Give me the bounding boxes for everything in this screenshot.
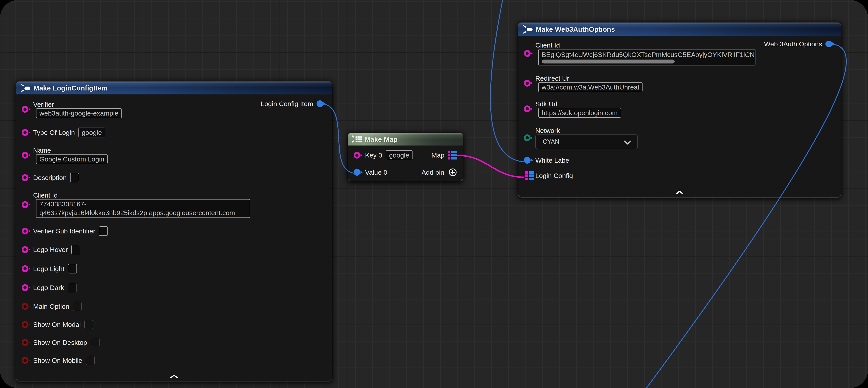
pin-label: Sdk Url [535, 100, 621, 108]
client-id-input[interactable]: 774338308167-q463s7kpvja16l4l0kko3nb925i… [36, 199, 250, 218]
pin-row-client-id: Client Id 774338308167-q463s7kpvja16l4l0… [16, 191, 332, 218]
node-make-loginconfigitem[interactable]: Make LoginConfigItem Login Config Item V… [16, 82, 332, 382]
pin-label: Show On Mobile [33, 356, 82, 365]
make-struct-icon [21, 84, 31, 92]
make-struct-icon [523, 25, 533, 34]
pin-row-show-on-mobile: Show On Mobile [16, 356, 332, 365]
pin-label: Client Id [33, 191, 250, 199]
string-pin-icon[interactable] [22, 246, 31, 253]
pin-label: Value 0 [365, 168, 387, 177]
bool-pin-icon[interactable] [22, 303, 31, 310]
main-option-checkbox[interactable] [73, 302, 82, 311]
node-title: Make Web3AuthOptions [536, 25, 615, 33]
string-pin-icon[interactable] [22, 265, 31, 272]
make-map-icon [352, 135, 362, 144]
wire-map-to-login-config [457, 155, 524, 177]
map-output-pin-icon[interactable] [447, 151, 457, 160]
node-make-map[interactable]: Make Map Key 0 google Map Value 0 Add pi… [348, 133, 463, 181]
pin-row-name: Name Google Custom Login [16, 146, 332, 164]
verifier-sub-identifier-input[interactable] [99, 226, 108, 236]
pin-label: Map [431, 151, 444, 159]
pin-row-logo-light: Logo Light [16, 264, 332, 273]
pin-label: Key 0 [365, 151, 382, 159]
collapse-node-button[interactable] [170, 374, 178, 379]
node-header[interactable]: Make Map [348, 133, 463, 146]
string-pin-icon[interactable] [22, 227, 31, 235]
pin-row-verifier-sub-identifier: Verifier Sub Identifier [16, 226, 332, 236]
pin-label: White Label [535, 156, 571, 165]
client-id-input[interactable]: BEglQSgt4cUWcj6SKRdu5QkOXTsePmMcusG5EAoy… [538, 49, 755, 65]
show-on-mobile-checkbox[interactable] [86, 356, 95, 365]
pin-row-verifier: Verifier web3auth-google-example [16, 100, 332, 118]
node-title: Make Map [365, 136, 398, 143]
string-pin-icon[interactable] [524, 50, 533, 57]
collapse-node-button[interactable] [676, 190, 684, 195]
pin-row-white-label: White Label [518, 156, 841, 165]
pin-row-main-option: Main Option [16, 302, 332, 311]
struct-pin-icon[interactable] [353, 169, 363, 176]
key-0-input[interactable]: google [386, 150, 412, 160]
add-pin-label[interactable]: Add pin [422, 168, 444, 177]
map-pin-icon[interactable] [525, 171, 534, 180]
node-title: Make LoginConfigItem [33, 84, 107, 92]
logo-hover-input[interactable] [71, 245, 80, 254]
verifier-input[interactable]: web3auth-google-example [36, 108, 122, 118]
scrollbar-thumb[interactable] [542, 60, 675, 63]
pin-label: Show On Desktop [33, 338, 87, 347]
add-pin-button[interactable] [448, 168, 457, 176]
string-pin-icon[interactable] [22, 284, 31, 291]
redirect-url-input[interactable]: w3a://com.w3a.Web3AuthUnreal [538, 82, 643, 92]
pin-label: Main Option [33, 302, 69, 311]
pin-label: Verifier [33, 100, 122, 108]
network-select[interactable]: CYAN [535, 135, 638, 149]
struct-pin-icon[interactable] [524, 156, 533, 164]
string-pin-icon[interactable] [22, 106, 31, 113]
logo-light-input[interactable] [68, 264, 77, 273]
string-pin-icon[interactable] [22, 174, 31, 181]
pin-row-logo-hover: Logo Hover [16, 245, 332, 254]
string-pin-icon[interactable] [22, 151, 31, 159]
string-pin-icon[interactable] [22, 201, 31, 208]
pin-row-client-id: Client Id BEglQSgt4cUWcj6SKRdu5QkOXTsePm… [518, 41, 841, 65]
pin-label: Login Config [535, 171, 573, 180]
pin-label: Network [535, 126, 638, 135]
pin-row-key-0: Key 0 google Map [348, 150, 463, 160]
pin-label: Logo Light [33, 264, 64, 273]
pin-label: Verifier Sub Identifier [33, 227, 95, 235]
pin-row-show-on-modal: Show On Modal [16, 320, 332, 329]
pin-label: Show On Modal [33, 320, 81, 329]
blueprint-graph-canvas[interactable]: Make LoginConfigItem Login Config Item V… [0, 0, 868, 388]
show-on-desktop-checkbox[interactable] [91, 338, 99, 347]
string-pin-icon[interactable] [353, 151, 363, 159]
name-input[interactable]: Google Custom Login [36, 154, 107, 164]
string-pin-icon[interactable] [22, 129, 31, 136]
pin-row-redirect-url: Redirect Url w3a://com.w3a.Web3AuthUnrea… [518, 74, 841, 92]
node-make-web3authoptions[interactable]: Make Web3AuthOptions Web 3Auth Options C… [518, 23, 841, 198]
pin-row-description: Description [16, 173, 332, 182]
pin-row-sdk-url: Sdk Url https://sdk.openlogin.com [518, 100, 841, 118]
pin-row-logo-dark: Logo Dark [16, 283, 332, 292]
pin-label: Description [33, 173, 67, 182]
bool-pin-icon[interactable] [22, 357, 31, 364]
description-input[interactable] [70, 173, 79, 182]
bool-pin-icon[interactable] [22, 339, 31, 346]
pin-row-value-0: Value 0 Add pin [348, 168, 463, 177]
sdk-url-input[interactable]: https://sdk.openlogin.com [538, 108, 621, 118]
pin-label: Logo Dark [33, 283, 64, 292]
chevron-down-icon [624, 139, 631, 144]
logo-dark-input[interactable] [68, 283, 76, 292]
type-of-login-input[interactable]: google [79, 127, 105, 138]
pin-row-show-on-desktop: Show On Desktop [16, 338, 332, 347]
enum-pin-icon[interactable] [524, 134, 533, 142]
string-pin-icon[interactable] [524, 80, 533, 87]
show-on-modal-checkbox[interactable] [84, 320, 93, 329]
pin-label: Redirect Url [535, 74, 643, 82]
pin-label: Name [33, 146, 107, 154]
pin-row-login-config: Login Config [518, 171, 841, 180]
pin-row-network: Network CYAN [518, 126, 841, 149]
string-pin-icon[interactable] [524, 105, 533, 113]
scrollbar-track[interactable] [541, 60, 752, 63]
bool-pin-icon[interactable] [22, 321, 31, 328]
node-header[interactable]: Make LoginConfigItem [16, 82, 332, 94]
node-header[interactable]: Make Web3AuthOptions [518, 23, 841, 36]
